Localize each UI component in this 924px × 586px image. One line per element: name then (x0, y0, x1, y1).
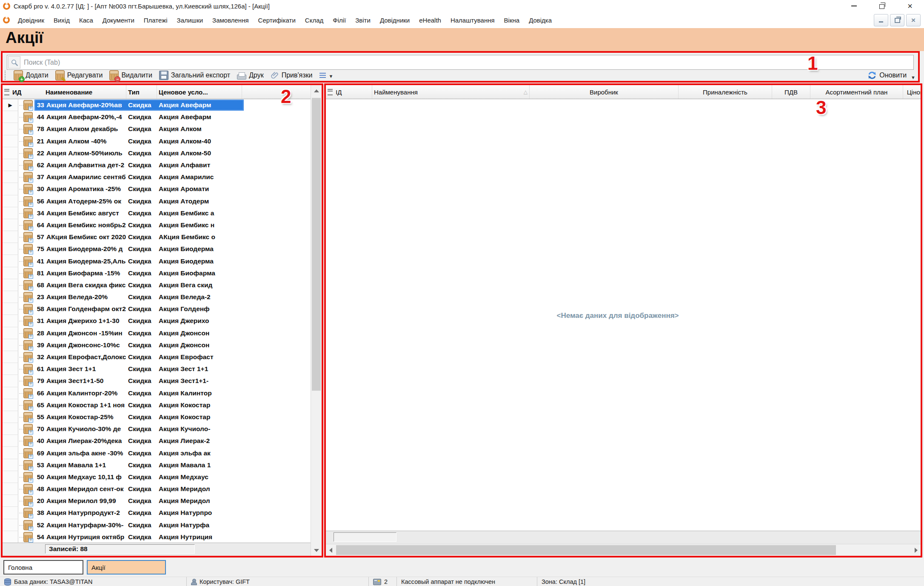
left-col-id[interactable]: ИД (11, 85, 44, 99)
right-col-manufacturer[interactable]: Виробник (530, 85, 679, 99)
mdi-restore-button[interactable] (890, 14, 904, 26)
delete-button[interactable]: − Видалити (106, 70, 155, 80)
table-row[interactable]: 22Акция Алком-50%июльСкидкаАкция Алком-5… (3, 147, 311, 159)
table-row[interactable]: 34Акция Бембикс августСкидкаАкция Бембик… (3, 207, 311, 219)
toolbar-drag-handle[interactable] (5, 71, 8, 80)
minimize-button[interactable] (840, 0, 868, 12)
table-row[interactable]: 54Акция Нутриция октябрСкидкаАкция Нутри… (3, 531, 311, 543)
table-row[interactable]: 41Акция Биодерма-25,АльСкидкаАкция Биоде… (3, 255, 311, 267)
table-row[interactable]: 68Акция Вега скидка фиксСкидкаАкция Вега… (3, 279, 311, 291)
table-row[interactable]: 44Акция Авефарм-20%,-4СкидкаАкция Авефар… (3, 111, 311, 123)
menu-item-12[interactable]: Довідники (375, 17, 414, 24)
scroll-up-button[interactable] (311, 85, 322, 96)
tab-main[interactable]: Головна (3, 560, 83, 575)
row-content: 40Акция Лиерак-20%декаСкидкаАкция Лиерак… (34, 435, 244, 446)
table-row[interactable]: 38Акция Натурпродукт-2СкидкаАкция Натурп… (3, 507, 311, 519)
table-row[interactable]: 58Акция Голденфарм окт2СкидкаАкция Голде… (3, 303, 311, 315)
scroll-thumb[interactable] (336, 545, 836, 555)
menu-item-9[interactable]: Склад (300, 17, 328, 24)
table-row[interactable]: 32Акция Еврофаст,ДолоксСкидкаАкция Евроф… (3, 351, 311, 363)
menu-item-15[interactable]: Вікна (499, 17, 525, 24)
table-row[interactable]: 78Акция Алком декабрьСкидкаАкция Алком (3, 123, 311, 135)
table-row[interactable]: 61Акция Зест 1+1СкидкаАкция Зест 1+1 (3, 363, 311, 375)
table-row[interactable]: 64Акция Бембикс ноябрь2СкидкаАкция Бемби… (3, 219, 311, 231)
add-button[interactable]: + Додати (10, 70, 52, 80)
refresh-button[interactable]: Оновити (864, 71, 910, 80)
table-row[interactable]: 62Акция Алфавитна дет-2СкидкаАкция Алфав… (3, 159, 311, 171)
links-button[interactable]: Прив'язки (267, 71, 316, 80)
table-row[interactable]: 56Акция Атодерм-25% окСкидкаАкция Атодер… (3, 195, 311, 207)
table-row[interactable]: 37Акция Амарилис сентябСкидкаАкция Амари… (3, 171, 311, 183)
scroll-right-button[interactable] (911, 544, 921, 556)
right-col-vat[interactable]: ПДВ (772, 85, 810, 99)
menu-item-8[interactable]: Сертифікати (254, 17, 300, 24)
toolbar: + Додати ✎ Редагувати − Видалити Загальн… (3, 70, 918, 81)
menu-item-14[interactable]: Налаштування (446, 17, 499, 24)
menu-item-11[interactable]: Звіти (351, 17, 375, 24)
table-row[interactable]: 40Акция Лиерак-20%декаСкидкаАкция Лиерак… (3, 435, 311, 447)
menu-item-4[interactable]: Документи (98, 17, 139, 24)
table-row[interactable]: 52Акция Натурфарм-30%-СкидкаАкция Натурф… (3, 519, 311, 531)
scroll-thumb[interactable] (312, 98, 321, 391)
menu-item-3[interactable]: Каса (74, 17, 98, 24)
mdi-close-button[interactable]: × (906, 14, 921, 26)
table-row[interactable]: 55Акция Кокостар-25%СкидкаАкция Кокостар (3, 411, 311, 423)
right-col-price-regulation[interactable]: Цінове регулювання (903, 85, 921, 99)
menu-item-6[interactable]: Залишки (172, 17, 208, 24)
left-col-price-condition[interactable]: Ценовое усло... (157, 85, 242, 99)
list-options-button[interactable]: ▼ (316, 72, 337, 79)
mdi-minimize-button[interactable] (874, 14, 888, 26)
search-input[interactable] (20, 57, 913, 68)
menu-item-1[interactable]: Довідник (13, 17, 49, 24)
table-row[interactable]: 48Акция Меридол сент-окСкидкаАкция Мерид… (3, 483, 311, 495)
table-row[interactable]: 21Акция Алком -40%СкидкаАкция Алком-40 (3, 135, 311, 147)
table-row[interactable]: 53Акция Мавала 1+1СкидкаАкция Мавала 1 (3, 459, 311, 471)
table-row[interactable]: 57АКция Бембикс окт 2020СкидкаАКция Бемб… (3, 231, 311, 243)
menu-item-7[interactable]: Замовлення (208, 17, 253, 24)
menu-item-13[interactable]: eHealth (414, 17, 446, 24)
refresh-dropdown-arrow[interactable]: ▼ (911, 75, 915, 80)
table-row[interactable]: 20Акция Мерилол 99,99СкидкаАкция Меридол (3, 495, 311, 507)
edit-button[interactable]: ✎ Редагувати (52, 70, 106, 80)
close-button[interactable]: × (896, 0, 924, 12)
left-vertical-scrollbar[interactable] (311, 85, 322, 556)
table-row[interactable]: 65Акция Кокостар 1+1 нояСкидкаАкция Коко… (3, 399, 311, 411)
column-chooser-icon[interactable] (4, 89, 9, 95)
right-col-id[interactable]: ІД (334, 85, 372, 99)
table-row[interactable]: 81Акция Биофарма -15%СкидкаАкция Биофарм… (3, 267, 311, 279)
menu-item-5[interactable]: Платежі (139, 17, 172, 24)
export-button[interactable]: Загальний експорт (156, 71, 234, 80)
table-row[interactable]: 79Акция Зест1+1-50СкидкаАкция Зест1+1- (3, 375, 311, 387)
right-col-name[interactable]: Найменування△ (372, 85, 530, 99)
menu-item-16[interactable]: Довідка (524, 17, 556, 24)
row-price-condition: Акция Бембикс а (159, 209, 244, 217)
row-content: 37Акция Амарилис сентябСкидкаАкция Амари… (34, 172, 244, 183)
right-horizontal-scrollbar[interactable] (326, 544, 921, 556)
menu-item-10[interactable]: Філії (328, 17, 351, 24)
print-button[interactable]: Друк (234, 71, 267, 80)
row-price-condition: Акция Кучиоло- (159, 425, 244, 433)
table-row[interactable]: 39Акция Джонсонс-10%сСкидкаАкция Джонсон (3, 339, 311, 351)
restore-button[interactable] (868, 0, 896, 12)
scroll-left-button[interactable] (326, 544, 335, 556)
tab-akcii-active[interactable]: Акції (87, 560, 166, 575)
table-row[interactable]: 66Акция Калинторг-20%СкидкаАкция Калинто… (3, 387, 311, 399)
table-row[interactable]: 75Акция Биодерма-20% дСкидкаАкция Биодер… (3, 243, 311, 255)
table-row[interactable]: 70Акция Кучиоло-30% деСкидкаАкция Кучиол… (3, 423, 311, 435)
table-row[interactable]: 31Акция Джерихо 1+1-30СкидкаАкция Джерих… (3, 315, 311, 327)
table-row[interactable]: 30Акция Ароматика -25%СкидкаАкция Аромат… (3, 183, 311, 195)
column-chooser-icon[interactable] (328, 89, 333, 95)
left-col-type[interactable]: Тип (126, 85, 157, 99)
right-col-belonging[interactable]: Приналежність (679, 85, 772, 99)
table-row[interactable]: 50Акция Медхаус 10,11 фСкидкаАкция Медха… (3, 471, 311, 483)
table-row[interactable]: 28Акция Джонсон -15%инСкидкаАкция Джонсо… (3, 327, 311, 339)
left-col-name[interactable]: Наименование (44, 85, 126, 99)
table-row[interactable]: 69Акция эльфа акне -30%СкидкаАкция эльфа… (3, 447, 311, 459)
table-row[interactable]: 23Акция Веледа-20%СкидкаАкция Веледа-2 (3, 291, 311, 303)
menu-item-2[interactable]: Вихід (49, 17, 74, 24)
search-icon-button[interactable] (8, 56, 20, 69)
scroll-down-button[interactable] (311, 545, 322, 556)
promotion-crate-icon (18, 340, 34, 350)
table-row[interactable]: ▶33Акция Авефарм-20%авСкидкаАкция Авефар… (3, 99, 311, 111)
row-id: 68 (34, 281, 46, 289)
